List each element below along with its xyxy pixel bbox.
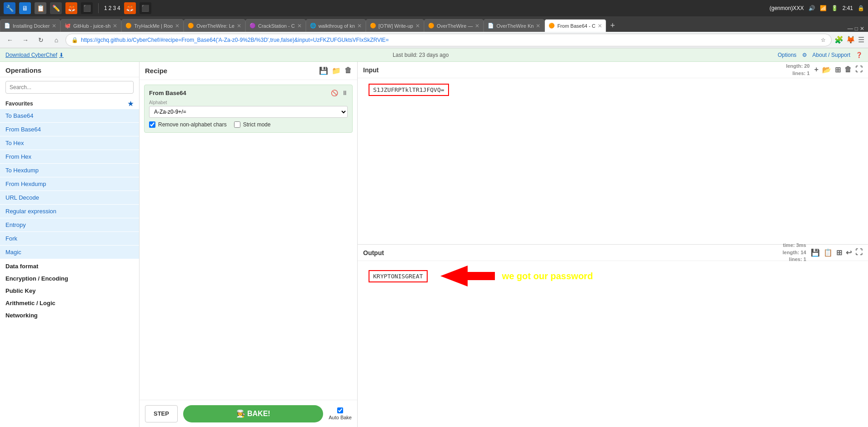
load-recipe-icon[interactable]: 📁: [332, 66, 341, 75]
tab-close-5[interactable]: ✕: [357, 23, 362, 29]
sidebar-category-data-format: Data format: [0, 259, 139, 271]
tab-4[interactable]: 🟣 CrackStation - C ✕: [245, 19, 306, 32]
about-link[interactable]: About / Support: [813, 52, 850, 58]
tab-close-4[interactable]: ✕: [297, 23, 302, 29]
save-output-icon[interactable]: 💾: [811, 248, 820, 257]
firefox-account-icon[interactable]: 🦊: [846, 35, 855, 44]
sidebar-item-entropy[interactable]: Entropy: [0, 218, 139, 232]
strict-mode-checkbox[interactable]: [234, 121, 240, 128]
tab-favicon-0: 📄: [4, 23, 10, 29]
tab-7[interactable]: 🟠 OverTheWire — ✕: [424, 19, 484, 32]
sidebar-item-url-decode[interactable]: URL Decode: [0, 191, 139, 205]
reload-button[interactable]: ↻: [35, 34, 47, 46]
input-header-icons: + 📂 ⊞ 🗑 ⛶: [814, 65, 863, 74]
sidebar-item-to-hexdump[interactable]: To Hexdump: [0, 164, 139, 177]
sidebar-item-from-hexdump[interactable]: From Hexdump: [0, 177, 139, 191]
recipe-header-icons: 💾 📁 🗑: [319, 66, 352, 75]
download-link[interactable]: Download CyberChef ⬇: [5, 52, 64, 58]
tab-1[interactable]: 🐙 GitHub - juice-sh ✕: [60, 19, 121, 32]
save-recipe-icon[interactable]: 💾: [319, 66, 328, 75]
expand-output-icon[interactable]: ⛶: [855, 248, 863, 257]
remove-non-alphabet-label[interactable]: Remove non-alphabet chars: [149, 121, 227, 128]
help-icon[interactable]: ❓: [856, 52, 863, 58]
new-tab-button[interactable]: +: [606, 19, 619, 32]
tab-9[interactable]: 🟠 From Base64 - C ✕: [544, 19, 606, 32]
sidebar-item-from-hex[interactable]: From Hex: [0, 150, 139, 164]
sidebar-item-to-base64[interactable]: To Base64: [0, 109, 139, 123]
taskbar-icon-firefox2[interactable]: 🦊: [124, 2, 136, 14]
clear-input-icon[interactable]: 🗑: [844, 65, 852, 74]
taskbar-icon-terminal2[interactable]: ⬛: [140, 2, 151, 14]
last-build-text: Last build: 23 days ago: [393, 52, 449, 58]
input-highlighted-value[interactable]: S1JZUFRPTklTR1JFQVQ=: [369, 84, 449, 96]
taskbar-icon-terminal[interactable]: ⬛: [81, 2, 93, 14]
sidebar-item-magic[interactable]: Magic: [0, 246, 139, 259]
recipe-header: Recipe 💾 📁 🗑: [140, 62, 357, 80]
send-to-input-icon[interactable]: ⊞: [836, 248, 842, 257]
remove-non-alphabet-text: Remove non-alphabet chars: [158, 121, 227, 128]
tab-8[interactable]: 📄 OverTheWire Kn ✕: [484, 19, 544, 32]
sidebar-item-from-base64[interactable]: From Base64: [0, 123, 139, 136]
sidebar-item-to-hex[interactable]: To Hex: [0, 136, 139, 150]
copy-output-icon[interactable]: 📋: [823, 248, 833, 257]
recipe-alphabet-label: Alphabet: [149, 100, 348, 105]
tab-close-0[interactable]: ✕: [52, 23, 56, 29]
search-input[interactable]: [5, 81, 134, 94]
taskbar-battery-icon: 🔋: [831, 5, 838, 11]
output-meta: time: 3ms length: 14 lines: 1: [783, 242, 806, 263]
open-file-icon[interactable]: 📂: [822, 65, 831, 74]
tab-favicon-5: 🌐: [310, 23, 316, 29]
auto-bake-checkbox[interactable]: [337, 407, 343, 413]
disable-op-icon[interactable]: 🚫: [331, 90, 338, 96]
sidebar-item-regex[interactable]: Regular expression: [0, 205, 139, 218]
tab-label-2: TryHackMe | Roo: [134, 23, 173, 29]
bookmark-icon[interactable]: ☆: [821, 37, 826, 43]
output-header-icons: 💾 📋 ⊞ ↩ ⛶: [811, 248, 863, 257]
options-link[interactable]: Options: [778, 52, 796, 58]
back-button[interactable]: ←: [4, 34, 16, 46]
taskbar-icon-4[interactable]: ✏️: [50, 2, 62, 14]
sidebar-item-fork[interactable]: Fork: [0, 232, 139, 246]
undo-icon[interactable]: ↩: [846, 248, 852, 257]
forward-button[interactable]: →: [19, 34, 32, 46]
layout-icon[interactable]: ⊞: [835, 65, 841, 74]
add-input-icon[interactable]: +: [814, 65, 818, 74]
input-header: Input length: 20 lines: 1 + 📂 ⊞ 🗑 ⛶: [358, 62, 868, 78]
remove-non-alphabet-checkbox[interactable]: [149, 121, 155, 128]
extensions-icon[interactable]: 🧩: [834, 35, 843, 44]
tab-close-9[interactable]: ✕: [598, 23, 602, 29]
expand-input-icon[interactable]: ⛶: [855, 65, 863, 74]
download-icon: ⬇: [59, 52, 64, 58]
tab-close-6[interactable]: ✕: [415, 23, 420, 29]
browser-menu-icon[interactable]: ☰: [858, 35, 864, 44]
close-browser-button[interactable]: ✕: [860, 25, 864, 32]
sidebar-category-encryption: Encryption / Encoding: [0, 271, 139, 284]
tab-close-2[interactable]: ✕: [175, 23, 180, 29]
tab-2[interactable]: 🟠 TryHackMe | Roo ✕: [121, 19, 184, 32]
tab-close-3[interactable]: ✕: [237, 23, 241, 29]
home-button[interactable]: ⌂: [50, 34, 63, 46]
clear-recipe-icon[interactable]: 🗑: [344, 66, 352, 75]
tab-6[interactable]: 🟠 [OTW] Write-up ✕: [366, 19, 424, 32]
step-button[interactable]: STEP: [145, 405, 178, 422]
strict-mode-label[interactable]: Strict mode: [234, 121, 271, 128]
taskbar-icon-1[interactable]: 🔧: [4, 2, 15, 14]
bake-button[interactable]: 🧑‍🍳 BAKE!: [183, 405, 323, 422]
address-text: https://gchq.github.io/CyberChef/#recipe…: [81, 37, 818, 43]
tab-3[interactable]: 🟠 OverTheWire: Le ✕: [184, 19, 245, 32]
recipe-op-title: From Base64 🚫 ⏸: [149, 90, 348, 96]
minimize-browser-button[interactable]: —: [848, 25, 853, 32]
settings-icon[interactable]: ⚙: [802, 52, 807, 58]
tab-0[interactable]: 📄 Installing Docker ✕: [0, 19, 60, 32]
taskbar-icon-3[interactable]: 📋: [35, 2, 46, 14]
recipe-alphabet-select[interactable]: A-Za-z0-9+/=: [149, 106, 348, 118]
tab-close-7[interactable]: ✕: [475, 23, 479, 29]
taskbar-icon-firefox[interactable]: 🦊: [65, 2, 77, 14]
tab-5[interactable]: 🌐 walkthroug of kn ✕: [306, 19, 366, 32]
maximize-browser-button[interactable]: □: [855, 25, 858, 32]
tab-close-8[interactable]: ✕: [536, 23, 540, 29]
pause-op-icon[interactable]: ⏸: [342, 90, 348, 96]
tab-close-1[interactable]: ✕: [113, 23, 117, 29]
address-bar[interactable]: 🔒 https://gchq.github.io/CyberChef/#reci…: [65, 34, 832, 46]
taskbar-icon-2[interactable]: 🖥: [19, 2, 31, 14]
